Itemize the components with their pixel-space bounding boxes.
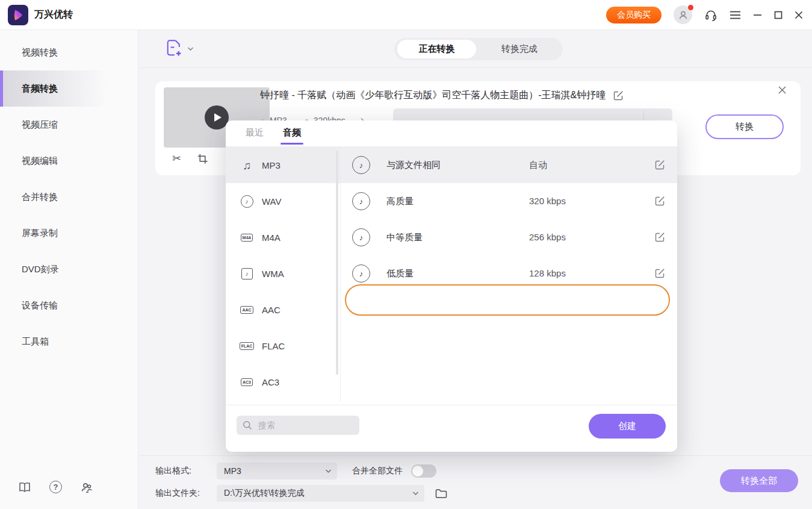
ac3-badge-icon: AC3 [238, 378, 256, 386]
m4a-badge-icon: M4A [238, 234, 256, 242]
audio-note-icon: ♪ [352, 156, 370, 174]
search-input[interactable] [257, 420, 347, 431]
minimize-button[interactable] [753, 11, 762, 19]
edit-preset-icon[interactable] [655, 196, 665, 206]
main-toolbar: 正在转换 转换完成 [138, 30, 812, 68]
divider [226, 405, 677, 405]
output-settings-bar: 输出格式: MP3 合并全部文件 输出文件夹: D:\万兴优转\转换完成 [138, 455, 812, 509]
app-logo-icon [8, 5, 28, 25]
popup-tab-recent[interactable]: 最近 [246, 127, 264, 145]
crop-icon[interactable] [197, 154, 208, 164]
format-picker-popup: 最近 音频 ♫ MP3 ♪ WAV M4A M4A ♪ WMA A [226, 120, 677, 452]
format-item-flac[interactable]: FLAC FLAC [226, 328, 340, 364]
notification-dot [688, 5, 693, 10]
close-window-button[interactable] [795, 11, 803, 19]
merge-all-toggle[interactable] [411, 464, 436, 478]
community-icon[interactable] [80, 481, 93, 493]
sidebar-item-screen-record[interactable]: 屏幕录制 [0, 215, 138, 251]
remove-task-icon[interactable] [778, 86, 786, 94]
help-icon[interactable]: ? [49, 481, 62, 493]
quality-list: ♪ 与源文件相同 自动 ♪ 高质量 320 kbps [341, 147, 677, 292]
search-box [237, 416, 359, 435]
maximize-button[interactable] [774, 11, 783, 19]
sidebar-item-audio-convert[interactable]: 音频转换 [0, 70, 138, 107]
tab-converting[interactable]: 正在转换 [397, 40, 476, 58]
popup-tab-audio[interactable]: 音频 [283, 127, 301, 145]
app-title: 万兴优转 [34, 8, 73, 21]
chevron-down-icon [187, 46, 194, 51]
open-folder-icon[interactable] [435, 489, 447, 499]
guide-book-icon[interactable] [18, 481, 31, 493]
format-item-wav[interactable]: ♪ WAV [226, 183, 340, 219]
audio-note-icon: ♪ [352, 264, 370, 283]
sidebar: 视频转换 音频转换 视频压缩 视频编辑 合并转换 屏幕录制 DVD刻录 设备传输… [0, 30, 138, 509]
play-icon[interactable] [205, 105, 229, 130]
output-folder-label: 输出文件夹: [155, 488, 217, 499]
sidebar-item-video-compress[interactable]: 视频压缩 [0, 107, 138, 143]
task-title: 钟抒曈 - 千落赋（动画《少年歌行互动版》司空千落人物主题曲）-王瑞淇&钟抒曈 [260, 89, 606, 102]
sidebar-item-device-transfer[interactable]: 设备传输 [0, 287, 138, 323]
buy-membership-button[interactable]: 会员购买 [606, 7, 662, 23]
aac-badge-icon: AAC [238, 306, 256, 314]
menu-icon[interactable] [730, 11, 741, 19]
quality-row-low[interactable]: ♪ 低质量 128 kbps [341, 255, 677, 292]
chevron-down-icon [412, 491, 419, 496]
sidebar-item-toolbox[interactable]: 工具箱 [0, 323, 138, 360]
convert-button[interactable]: 转换 [705, 114, 784, 139]
title-bar: 万兴优转 会员购买 [0, 0, 812, 30]
app-window: 万兴优转 会员购买 [0, 0, 812, 509]
audio-note-icon: ♪ [352, 228, 370, 246]
scrollbar[interactable] [336, 151, 338, 375]
format-item-mp3[interactable]: ♫ MP3 [226, 147, 340, 183]
format-item-ac3[interactable]: AC3 AC3 [226, 364, 340, 400]
edit-preset-icon[interactable] [655, 160, 665, 170]
edit-preset-icon[interactable] [655, 232, 665, 242]
edit-preset-icon[interactable] [655, 268, 665, 278]
chevron-down-icon [325, 469, 332, 473]
rename-edit-icon[interactable] [613, 90, 624, 101]
search-icon [243, 420, 252, 430]
quality-row-same-as-source[interactable]: ♪ 与源文件相同 自动 [341, 147, 677, 183]
support-headset-icon[interactable] [704, 8, 717, 22]
flac-badge-icon: FLAC [238, 342, 256, 350]
sidebar-item-dvd-burn[interactable]: DVD刻录 [0, 251, 138, 287]
format-list: ♫ MP3 ♪ WAV M4A M4A ♪ WMA AAC AAC FLAC F… [226, 147, 340, 400]
format-item-wma[interactable]: ♪ WMA [226, 255, 340, 292]
output-format-label: 输出格式: [155, 466, 217, 476]
square-note-icon: ♪ [238, 268, 256, 279]
format-item-aac[interactable]: AAC AAC [226, 292, 340, 328]
add-file-icon [167, 40, 182, 57]
output-folder-dropdown[interactable]: D:\万兴优转\转换完成 [217, 485, 424, 502]
convert-all-button[interactable]: 转换全部 [720, 469, 798, 492]
user-avatar[interactable] [674, 5, 692, 24]
sidebar-item-video-convert[interactable]: 视频转换 [0, 34, 138, 70]
format-item-m4a[interactable]: M4A M4A [226, 219, 340, 255]
disc-note-icon: ♪ [238, 195, 256, 208]
merge-all-label: 合并全部文件 [352, 466, 403, 476]
audio-note-icon: ♪ [352, 192, 370, 210]
trim-scissors-icon[interactable]: ✂ [172, 153, 181, 164]
sidebar-item-video-edit[interactable]: 视频编辑 [0, 143, 138, 179]
add-file-button[interactable] [167, 40, 194, 57]
tab-finished[interactable]: 转换完成 [476, 43, 563, 55]
output-format-dropdown[interactable]: MP3 [217, 463, 337, 479]
sidebar-item-merge-convert[interactable]: 合并转换 [0, 179, 138, 215]
quality-row-medium[interactable]: ♪ 中等质量 256 kbps [341, 219, 677, 255]
create-preset-button[interactable]: 创建 [589, 414, 666, 439]
quality-row-high[interactable]: ♪ 高质量 320 kbps [341, 183, 677, 219]
music-notes-icon: ♫ [238, 160, 256, 171]
convert-status-tabs: 正在转换 转换完成 [394, 38, 563, 60]
